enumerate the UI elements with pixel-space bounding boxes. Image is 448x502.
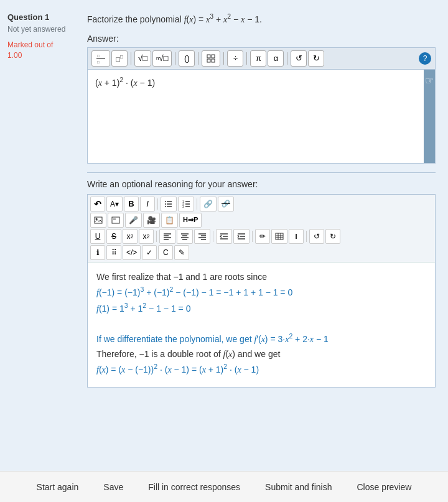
content-line-3: f(1) = 13 + 12 − 1 − 1 = 0 — [96, 300, 426, 316]
editor-toolbar: ↶ A▾ B I 123 🔗 🔗 — [88, 195, 435, 263]
indent-more-btn[interactable] — [233, 229, 250, 244]
divide-btn[interactable]: ÷ — [227, 50, 243, 67]
fraction-btn[interactable]: □ □ — [91, 50, 110, 67]
editor-content-area[interactable]: We first realize that −1 and 1 are roots… — [88, 263, 435, 387]
subscript-btn[interactable]: x2 — [123, 229, 138, 244]
svg-rect-22 — [113, 218, 116, 220]
c-btn[interactable]: C — [158, 245, 173, 260]
svg-rect-19 — [95, 217, 102, 223]
edit-btn[interactable]: ✏ — [255, 229, 270, 244]
h2p-btn[interactable]: H⇒P — [179, 213, 202, 228]
alpha-btn[interactable]: α — [268, 50, 284, 67]
toolbar-sep-3 — [198, 52, 198, 65]
toolbar-row-3: U S x2 x2 — [90, 229, 432, 244]
pen-btn[interactable]: ✎ — [174, 245, 189, 260]
bold-btn[interactable]: B — [124, 197, 139, 211]
section-divider — [87, 172, 436, 173]
content-line-7: f(x) = (x − (−1))2 · (x − 1) = (x + 1)2 … — [96, 361, 426, 377]
underline-btn[interactable]: U — [90, 229, 105, 244]
reasoning-label: Write an optional reasoning for your ans… — [87, 179, 436, 189]
tb-sep-6 — [306, 231, 307, 242]
toolbar-row-2: 🎤 🎥 📋 H⇒P — [90, 213, 432, 228]
list-ol-btn[interactable]: 123 — [178, 197, 194, 211]
special-chars-btn[interactable]: ⠿ — [106, 245, 121, 260]
list-ul-btn[interactable] — [161, 197, 177, 211]
content-line-5: If we differentiate the polynomial, we g… — [96, 331, 426, 346]
toolbar-sep-5 — [246, 52, 247, 65]
svg-text:□: □ — [97, 60, 100, 64]
svg-point-10 — [165, 201, 166, 202]
special-undo-btn[interactable]: ↶ — [90, 197, 105, 211]
marked-value: 1.00 — [7, 51, 22, 60]
start-again-btn[interactable]: Start again — [30, 478, 85, 496]
question-text: Factorize the polynomial f(x) = x3 + x2 … — [87, 12, 436, 25]
content-line-4 — [96, 316, 426, 331]
submit-finish-btn[interactable]: Submit and finish — [259, 478, 338, 496]
answer-content[interactable]: (x + 1)2 · (x − 1) — [88, 70, 424, 163]
toolbar-sep-1 — [131, 52, 131, 65]
question-status: Not yet answered — [7, 24, 73, 35]
save-btn[interactable]: Save — [97, 478, 129, 496]
answer-input-area[interactable]: (x + 1)2 · (x − 1) ☞ — [87, 69, 436, 164]
redo-btn[interactable]: ↻ — [308, 50, 324, 67]
check-btn[interactable]: ✓ — [142, 245, 157, 260]
marked-out-of: Marked out of 1.00 — [7, 40, 73, 61]
code-btn[interactable]: </> — [123, 245, 141, 260]
embed-btn[interactable] — [108, 213, 124, 228]
content-area: Question 1 Not yet answered Marked out o… — [0, 0, 448, 471]
align-left-btn[interactable] — [159, 229, 175, 244]
table-btn[interactable] — [271, 229, 287, 244]
sqrt-btn[interactable]: √□ — [134, 50, 151, 67]
italic-btn[interactable]: I — [140, 197, 155, 211]
main-panel: Factorize the polynomial f(x) = x3 + x2 … — [81, 6, 448, 465]
font-btn[interactable]: A▾ — [106, 197, 123, 211]
nth-root-btn[interactable]: n√□ — [152, 50, 172, 67]
info-btn[interactable]: ℹ — [90, 245, 105, 260]
toolbar-row-1: ↶ A▾ B I 123 🔗 🔗 — [90, 197, 432, 211]
align-right-btn[interactable] — [194, 229, 210, 244]
matrix-btn[interactable] — [202, 50, 220, 67]
pi-btn[interactable]: π — [250, 50, 266, 67]
undo3-btn[interactable]: ↺ — [309, 229, 324, 244]
strike-btn[interactable]: S — [106, 229, 121, 244]
svg-rect-4 — [212, 55, 215, 58]
math-toolbar: □ □ □□ √□ n√□ () — [87, 47, 436, 69]
answer-scrollbar[interactable]: ☞ — [424, 70, 435, 163]
superscript-btn[interactable]: □□ — [111, 50, 128, 67]
content-line-6: Therefore, −1 is a double root of f(x) a… — [96, 347, 426, 362]
content-line-1: We first realize that −1 and 1 are roots… — [96, 270, 426, 285]
reasoning-editor[interactable]: ↶ A▾ B I 123 🔗 🔗 — [87, 194, 436, 388]
answer-label: Answer: — [87, 34, 436, 44]
redo3-btn[interactable]: ↻ — [325, 229, 340, 244]
question-number: 1 — [45, 12, 49, 22]
close-preview-btn[interactable]: Close preview — [350, 478, 418, 496]
svg-rect-5 — [207, 59, 210, 62]
indent-less-btn[interactable] — [216, 229, 232, 244]
question-label-text: Question — [7, 12, 42, 22]
unlink-btn[interactable]: 🔗 — [218, 197, 234, 211]
undo-btn[interactable]: ↺ — [291, 50, 307, 67]
content-line-2: f(−1) = (−1)3 + (−1)2 − (−1) − 1 = −1 + … — [96, 284, 426, 300]
svg-rect-6 — [212, 59, 215, 62]
help-btn[interactable]: ? — [419, 52, 431, 65]
tb-sep-2 — [197, 198, 197, 210]
toolbar-sep-4 — [223, 52, 224, 65]
video-btn[interactable]: 🎥 — [143, 213, 160, 228]
superscript-btn2[interactable]: x2 — [139, 229, 154, 244]
tb-sep-4 — [213, 231, 213, 242]
fill-correct-btn[interactable]: Fill in correct responses — [142, 478, 246, 496]
clipboard-btn[interactable]: 📋 — [161, 213, 178, 228]
parens-btn[interactable]: () — [179, 50, 195, 67]
toolbar-sep-2 — [175, 52, 175, 65]
mic-btn[interactable]: 🎤 — [125, 213, 142, 228]
svg-rect-41 — [276, 233, 283, 239]
align-center-btn[interactable] — [177, 229, 193, 244]
sidebar: Question 1 Not yet answered Marked out o… — [0, 6, 81, 465]
main-container: Question 1 Not yet answered Marked out o… — [0, 0, 448, 502]
font-size-btn[interactable]: I — [289, 229, 304, 244]
link-btn[interactable]: 🔗 — [200, 197, 217, 211]
tb-sep-1 — [157, 198, 158, 210]
svg-point-11 — [165, 203, 166, 205]
tb-sep-5 — [252, 231, 253, 242]
image-btn[interactable] — [90, 213, 106, 228]
